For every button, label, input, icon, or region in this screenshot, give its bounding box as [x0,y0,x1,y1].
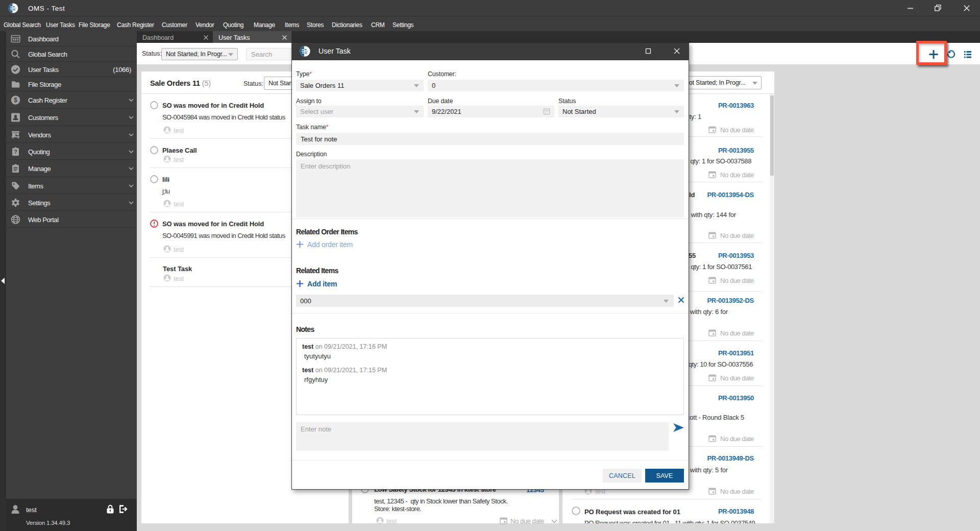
svg-text:?: ? [14,149,17,155]
svg-text:$: $ [14,96,17,104]
